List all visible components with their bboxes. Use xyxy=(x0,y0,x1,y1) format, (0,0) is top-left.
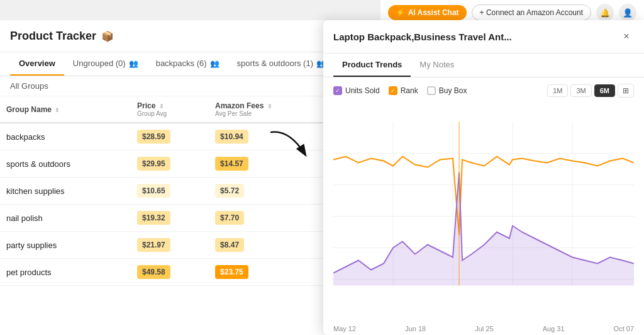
cell-amazon-fees: $10.94 xyxy=(209,123,328,150)
panel-tab-notes[interactable]: My Notes xyxy=(411,54,463,77)
time-6m-button[interactable]: 6M xyxy=(594,84,615,97)
time-3m-button[interactable]: 3M xyxy=(570,84,591,97)
cell-price: $10.65 xyxy=(131,178,209,205)
title-icon: 📦 xyxy=(101,30,114,42)
rank-checkbox[interactable]: ✓ Rank xyxy=(389,86,418,95)
check-mark: ✓ xyxy=(335,88,340,94)
cell-amazon-fees: $7.70 xyxy=(209,205,328,232)
panel-close-button[interactable]: × xyxy=(619,29,634,44)
sort-icon: ⇕ xyxy=(55,107,60,113)
cell-amazon-fees: $5.72 xyxy=(209,178,328,205)
tab-backpacks[interactable]: backpacks (6) 👥 xyxy=(147,52,228,76)
group-icon: 👥 xyxy=(129,59,138,68)
time-1m-button[interactable]: 1M xyxy=(547,84,568,97)
user-avatar[interactable]: 👤 xyxy=(619,4,636,21)
ai-icon: ⚡ xyxy=(396,8,405,17)
chart-controls: ✓ Units Sold ✓ Rank Buy Box 1M 3M 6M ⊞ xyxy=(323,77,644,104)
buy-box-checkbox[interactable]: Buy Box xyxy=(427,86,467,95)
svg-marker-9 xyxy=(333,173,634,286)
sort-icon-price: ⇕ xyxy=(159,103,164,110)
cell-group-name: sports & outdoors xyxy=(0,150,131,178)
sort-icon-fees: ⇕ xyxy=(267,103,272,110)
tab-sports[interactable]: sports & outdoors (1) 👥 xyxy=(228,52,335,76)
rank-check-box: ✓ xyxy=(389,86,397,95)
cell-group-name: backpacks xyxy=(0,123,131,150)
side-panel: Laptop Backpack,Business Travel Ant... ×… xyxy=(323,20,644,335)
panel-tab-trends[interactable]: Product Trends xyxy=(333,54,411,77)
check-mark-rank: ✓ xyxy=(391,88,396,94)
buy-box-check-box xyxy=(427,86,436,95)
cell-group-name: nail polish xyxy=(0,205,131,232)
time-buttons: 1M 3M 6M ⊞ xyxy=(547,84,634,98)
tab-ungrouped[interactable]: Ungrouped (0) 👥 xyxy=(64,52,147,76)
trend-chart xyxy=(333,104,634,316)
cell-price: $21.97 xyxy=(131,232,209,259)
units-sold-check-box: ✓ xyxy=(333,86,342,95)
cell-group-name: kitchen supplies xyxy=(0,178,131,205)
panel-tabs: Product Trends My Notes xyxy=(323,54,644,77)
chart-table-toggle[interactable]: ⊞ xyxy=(618,84,634,98)
x-axis-labels: May 12 Jun 18 Jul 25 Aug 31 Oct 07 xyxy=(323,322,644,335)
units-sold-checkbox[interactable]: ✓ Units Sold xyxy=(333,86,380,95)
cell-group-name: party supplies xyxy=(0,232,131,259)
panel-header: Laptop Backpack,Business Travel Ant... × xyxy=(323,20,644,54)
notification-icon[interactable]: 🔔 xyxy=(596,4,614,21)
ai-assist-button[interactable]: ⚡ AI Assist Chat xyxy=(388,5,467,20)
cell-price: $19.32 xyxy=(131,205,209,232)
cell-price: $49.58 xyxy=(131,259,209,286)
cell-price: $28.59 xyxy=(131,123,209,150)
cell-amazon-fees: $23.75 xyxy=(209,259,328,286)
group-icon-2: 👥 xyxy=(210,59,219,68)
panel-title: Laptop Backpack,Business Travel Ant... xyxy=(333,31,512,42)
col-price[interactable]: Price ⇕ Group Avg xyxy=(131,96,209,123)
chart-area xyxy=(323,104,644,322)
col-group-name[interactable]: Group Name ⇕ xyxy=(0,96,131,123)
cell-amazon-fees: $8.47 xyxy=(209,232,328,259)
cell-group-name: pet products xyxy=(0,259,131,286)
col-amazon-fees[interactable]: Amazon Fees ⇕ Avg Per Sale xyxy=(209,96,328,123)
cell-amazon-fees: $14.57 xyxy=(209,150,328,178)
connect-amazon-button[interactable]: + Connect an Amazon Account xyxy=(472,4,591,21)
tab-overview[interactable]: Overview xyxy=(10,52,64,76)
cell-price: $29.95 xyxy=(131,150,209,178)
